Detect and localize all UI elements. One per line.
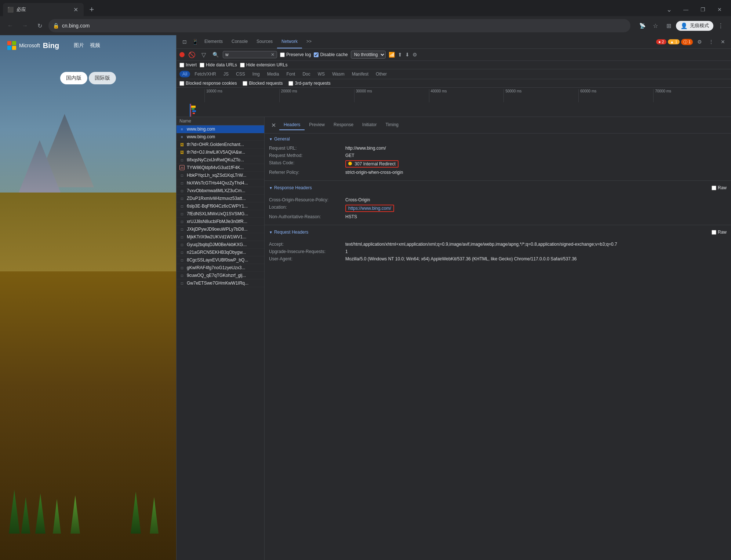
filter-ws-button[interactable]: WS — [315, 71, 328, 77]
section-divider-2 — [265, 225, 731, 225]
wifi-icon[interactable]: 📶 — [389, 52, 395, 58]
list-item[interactable]: □ n21aGRCN5EKHB3qObygw... — [177, 249, 264, 256]
search-icon[interactable]: 🔍 — [211, 50, 220, 59]
bing-nav-images[interactable]: 图片 — [74, 42, 84, 49]
network-settings-icon[interactable]: ⚙ — [412, 52, 417, 58]
filter-button[interactable]: ▽ — [199, 50, 208, 59]
blocked-requests-checkbox[interactable]: Blocked requests — [243, 81, 283, 86]
tab-console[interactable]: Console — [227, 35, 252, 48]
tab-elements[interactable]: Elements — [200, 35, 227, 48]
status-code-value: 307 Internal Redirect — [345, 160, 399, 168]
list-item[interactable]: ≡ www.bing.com — [177, 125, 264, 133]
list-item[interactable]: □ Gw7eETSwe7GHmKwW1IRq... — [177, 279, 264, 287]
download-icon[interactable]: ⬇ — [405, 52, 410, 58]
hide-data-urls-checkbox[interactable]: Hide data URLs — [200, 62, 237, 67]
list-item[interactable]: □ HbkPYqcLh_xqZSd1KqLTrW... — [177, 172, 264, 179]
tab-response[interactable]: Response — [329, 120, 358, 130]
menu-button[interactable]: ⋮ — [715, 20, 727, 32]
url-bar[interactable]: 🔒 cn.bing.com — [48, 19, 630, 32]
devtools-inspect-icon[interactable]: ⊡ — [179, 37, 190, 47]
filter-img-button[interactable]: Img — [250, 71, 263, 77]
filter-css-button[interactable]: CSS — [233, 71, 248, 77]
window-close-button[interactable]: ✕ — [711, 4, 728, 15]
new-tab-button[interactable]: + — [87, 4, 97, 15]
international-button[interactable]: 国际版 — [89, 72, 116, 84]
filter-media-button[interactable]: Media — [264, 71, 282, 77]
bing-nav-videos[interactable]: 视频 — [90, 42, 100, 49]
tab-timing[interactable]: Timing — [381, 120, 403, 130]
window-restore-button[interactable]: — — [677, 4, 694, 15]
search-input[interactable] — [225, 52, 269, 57]
throttle-select[interactable]: No throttling — [351, 51, 386, 59]
list-item[interactable]: □ 7vxvObbxmwa6MLXZ3uCm... — [177, 187, 264, 195]
domestic-button[interactable]: 国内版 — [60, 72, 87, 84]
filter-doc-button[interactable]: Doc — [299, 71, 313, 77]
filter-wasm-button[interactable]: Wasm — [329, 71, 348, 77]
blocked-checkboxes-bar: Blocked response cookies Blocked request… — [177, 79, 731, 88]
response-headers-title[interactable]: Response Headers — [269, 185, 312, 190]
list-item[interactable]: □ ZDuP1RxmIvW4zmuvz53att... — [177, 195, 264, 202]
upload-icon[interactable]: ⬆ — [398, 52, 402, 58]
close-devtools-button[interactable]: ✕ — [718, 37, 728, 47]
list-item[interactable]: 🖼 th?id=OHR.GoldenEnchant... — [177, 141, 264, 149]
tab-more[interactable]: >> — [302, 35, 316, 48]
list-item[interactable]: JS TYW86Qldpfi4vG3ud1fF4K... — [177, 164, 264, 172]
back-button[interactable]: ← — [4, 20, 16, 32]
filter-manifest-button[interactable]: Manifest — [349, 71, 371, 77]
reload-button[interactable]: ↻ — [34, 20, 46, 32]
list-item[interactable]: □ Gyuq2bqitqDJM0BeAkbKXG... — [177, 241, 264, 249]
list-item[interactable]: □ MjkKTrlX9w2UKVd1W1WV1... — [177, 233, 264, 241]
devtools-device-icon[interactable]: 📱 — [190, 37, 200, 47]
window-minimize-button[interactable]: ⌄ — [661, 4, 677, 15]
cast-button[interactable]: 📡 — [636, 20, 648, 32]
list-item[interactable]: ≡ www.bing.com — [177, 133, 264, 141]
active-tab[interactable]: ⬛ 必应 ✕ — [3, 3, 84, 16]
tab-initiator[interactable]: Initiator — [358, 120, 381, 130]
hide-extension-urls-checkbox[interactable]: Hide extension URLs — [240, 62, 288, 67]
list-item[interactable]: □ JXkjDPywJD9oeuWPLy7bD8... — [177, 226, 264, 233]
item-name: Gw7eETSwe7GHmKwW1IRq... — [187, 281, 248, 286]
clear-button[interactable]: 🚫 — [188, 50, 196, 59]
blocked-response-cookies-checkbox[interactable]: Blocked response cookies — [179, 81, 237, 86]
list-item[interactable]: □ tlifxqsNyCzxlJnRwtQKuZTo... — [177, 156, 264, 164]
tab-preview[interactable]: Preview — [305, 120, 329, 130]
raw-checkbox[interactable]: Raw — [712, 185, 727, 190]
search-clear-icon[interactable]: ✕ — [271, 52, 274, 57]
tab-close-button[interactable]: ✕ — [72, 6, 79, 13]
record-button[interactable] — [179, 52, 185, 57]
tab-network[interactable]: Network — [277, 35, 302, 48]
filter-options-bar: Invert Hide data URLs Hide extension URL… — [177, 61, 731, 69]
filter-other-button[interactable]: Other — [373, 71, 390, 77]
filter-bar: 🚫 ▽ 🔍 ✕ Preserve log Disable cache No th… — [177, 49, 731, 61]
split-button[interactable]: ⊞ — [663, 20, 674, 32]
disable-cache-checkbox[interactable]: Disable cache — [314, 52, 348, 57]
filter-fetch-xhr-button[interactable]: Fetch/XHR — [192, 71, 219, 77]
settings-button[interactable]: ⚙ — [694, 37, 705, 47]
list-item[interactable]: 🖼 th?id=OJ.ilrwlLiKV5AQIA&w... — [177, 149, 264, 156]
list-item[interactable]: □ 6slp3E-BqFf904Cz6cCWPY1... — [177, 202, 264, 210]
list-item[interactable]: □ gKwIRAF4fg7noG1zyeUzx3... — [177, 264, 264, 272]
filter-js-button[interactable]: JS — [221, 71, 232, 77]
list-item[interactable]: □ xrUJJ8sN8ucbiFbMJle3n0lfR... — [177, 218, 264, 226]
more-button[interactable]: ⋮ — [706, 37, 716, 47]
item-name: ZDuP1RxmIvW4zmuvz53att... — [187, 196, 246, 201]
general-section-title[interactable]: General — [269, 136, 727, 142]
forward-button[interactable]: → — [19, 20, 31, 32]
request-raw-checkbox[interactable]: Raw — [712, 230, 727, 235]
details-close-button[interactable]: ✕ — [269, 121, 278, 129]
invert-checkbox[interactable]: Invert — [179, 62, 197, 67]
filter-font-button[interactable]: Font — [283, 71, 298, 77]
list-item[interactable]: □ 8CgcSSLayxEVUBf0swP_bQ... — [177, 256, 264, 264]
third-party-requests-checkbox[interactable]: 3rd-party requests — [288, 81, 330, 86]
preserve-log-checkbox[interactable]: Preserve log — [280, 52, 311, 57]
bookmark-button[interactable]: ☆ — [650, 20, 661, 32]
tab-headers[interactable]: Headers — [279, 120, 305, 130]
request-headers-title[interactable]: Request Headers — [269, 230, 308, 235]
list-item[interactable]: □ 9cuwOQ_qE7qTGKohzrf_glj... — [177, 272, 264, 279]
filter-all-button[interactable]: All — [179, 71, 190, 77]
search-box[interactable]: ✕ — [223, 51, 277, 58]
list-item[interactable]: □ 7fEdNSXLMWxUxQ1SVSMG... — [177, 210, 264, 218]
tab-sources[interactable]: Sources — [252, 35, 277, 48]
window-maximize-button[interactable]: ❐ — [694, 4, 711, 15]
list-item[interactable]: □ hkXWsTcGTHs44QxzZyThd4... — [177, 179, 264, 187]
